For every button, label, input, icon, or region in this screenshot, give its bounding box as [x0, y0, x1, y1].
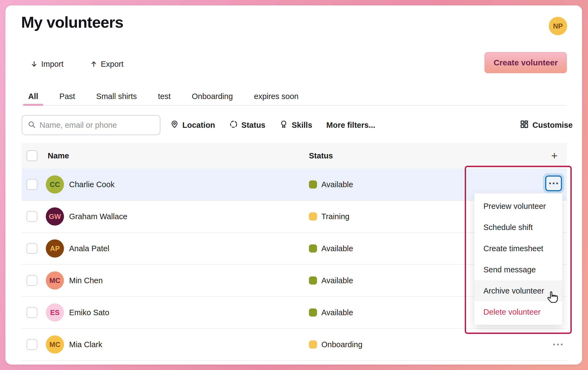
table-row[interactable]: MC Mia Clark Onboarding [22, 329, 567, 361]
table-header: Name Status + [22, 143, 567, 169]
page-title: My volunteers [21, 13, 123, 31]
menu-item-send-message[interactable]: Send message [474, 259, 562, 280]
tab-bar: All Past Small shirts test Onboarding ex… [22, 87, 567, 106]
status-label: Available [321, 276, 353, 285]
tab-expires-soon[interactable]: expires soon [247, 87, 305, 105]
avatar: MC [46, 272, 64, 290]
import-button[interactable]: Import [30, 58, 63, 70]
avatar: AP [46, 240, 64, 258]
volunteer-name: Anala Patel [69, 244, 109, 253]
filter-more[interactable]: More filters... [326, 121, 375, 130]
menu-item-delete-volunteer[interactable]: Delete volunteer [474, 301, 562, 323]
status-label: Available [321, 180, 353, 189]
tab-test[interactable]: test [151, 87, 177, 105]
kebab-focus-ring [543, 173, 564, 193]
status-dot [309, 244, 317, 253]
tab-onboarding[interactable]: Onboarding [185, 87, 240, 105]
status-label: Onboarding [321, 340, 363, 349]
export-button[interactable]: Export [90, 58, 124, 70]
status-label: Training [321, 212, 350, 221]
menu-item-preview-volunteer[interactable]: Preview volunteer [474, 196, 562, 217]
volunteer-name: Charlie Cook [69, 180, 115, 189]
row-checkbox[interactable] [27, 243, 37, 254]
filter-status[interactable]: Status [229, 120, 266, 130]
volunteer-name: Graham Wallace [69, 212, 127, 221]
row-actions-button-active[interactable] [545, 176, 562, 191]
row-checkbox[interactable] [27, 211, 37, 222]
avatar: ES [46, 304, 64, 322]
tab-past[interactable]: Past [53, 87, 82, 105]
row-actions-menu: Preview volunteer Schedule shift Create … [474, 193, 563, 325]
search-input[interactable] [40, 121, 154, 130]
status-label: Available [321, 308, 353, 317]
status-label: Available [321, 244, 353, 253]
arrow-up-icon [90, 60, 98, 68]
user-avatar[interactable]: NP [549, 17, 567, 35]
filter-skills-label: Skills [292, 121, 312, 130]
filter-group: Location Status Skills More filters... [170, 115, 375, 135]
filter-more-label: More filters... [326, 121, 375, 130]
dashed-circle-icon [229, 120, 238, 130]
volunteer-name: Min Chen [69, 276, 103, 285]
filter-skills[interactable]: Skills [279, 120, 312, 130]
export-label: Export [101, 60, 124, 69]
select-all-checkbox[interactable] [27, 150, 37, 161]
volunteer-name: Emiko Sato [69, 308, 109, 317]
column-header-name: Name [48, 151, 69, 160]
tab-small-shirts[interactable]: Small shirts [90, 87, 143, 105]
filter-status-label: Status [241, 121, 266, 130]
award-icon [279, 120, 288, 130]
row-checkbox[interactable] [27, 179, 37, 190]
filter-location-label: Location [182, 121, 215, 130]
dashboard-grid-icon [520, 120, 529, 131]
avatar: MC [46, 336, 64, 354]
location-pin-icon [170, 120, 179, 130]
tab-all[interactable]: All [22, 87, 45, 105]
status-dot [309, 276, 317, 285]
column-header-status: Status [309, 151, 333, 160]
row-checkbox[interactable] [27, 307, 37, 318]
menu-item-schedule-shift[interactable]: Schedule shift [474, 217, 562, 238]
filter-location[interactable]: Location [170, 120, 215, 130]
customise-button[interactable]: Customise [520, 115, 573, 135]
arrow-down-icon [30, 60, 38, 68]
import-label: Import [41, 60, 63, 69]
status-dot [309, 180, 317, 189]
avatar: GW [46, 208, 64, 226]
search-box [22, 115, 160, 135]
customise-label: Customise [532, 121, 573, 130]
row-checkbox[interactable] [27, 339, 37, 350]
status-dot [309, 340, 317, 349]
menu-item-create-timesheet[interactable]: Create timesheet [474, 238, 562, 259]
search-icon [28, 120, 36, 130]
row-actions-button[interactable] [551, 341, 565, 348]
create-volunteer-button[interactable]: Create volunteer [484, 52, 567, 73]
add-column-button[interactable]: + [546, 148, 563, 164]
avatar: CC [46, 176, 64, 194]
row-checkbox[interactable] [27, 275, 37, 286]
menu-item-archive-volunteer[interactable]: Archive volunteer [474, 280, 562, 301]
status-dot [309, 308, 317, 317]
status-dot [309, 212, 317, 221]
volunteer-name: Mia Clark [69, 340, 102, 349]
